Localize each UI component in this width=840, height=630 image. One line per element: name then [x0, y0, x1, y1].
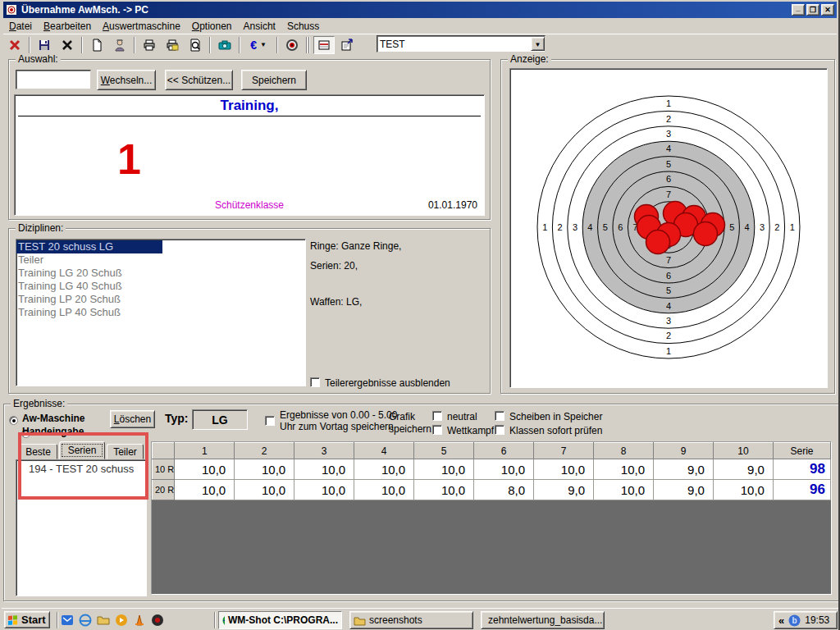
scheiben-checkbox[interactable]	[495, 411, 504, 421]
target-button[interactable]	[281, 36, 303, 54]
svg-text:7: 7	[666, 189, 671, 199]
list-item-selected[interactable]: TEST 20 schuss LG	[16, 240, 162, 253]
menu-bearbeiten[interactable]: Bearbeiten	[38, 19, 97, 34]
print-button[interactable]	[139, 36, 160, 54]
export-button[interactable]	[336, 36, 358, 54]
list-item[interactable]: Teiler	[16, 253, 305, 267]
list-item[interactable]: Training LP 40 Schuß	[16, 306, 305, 319]
start-number: 1	[117, 135, 141, 184]
neutral-label: neutral	[447, 411, 477, 422]
svg-text:6: 6	[666, 174, 671, 184]
teiler-ausblenden-label: Teilerergebnisse ausblenden	[325, 377, 450, 389]
auswahl-input[interactable]	[16, 70, 91, 89]
save-button[interactable]	[34, 36, 55, 54]
vortag-label: Ergebnisse von 0.00 - 5.00Uhr zum Vortag…	[280, 409, 397, 432]
svg-text:3: 3	[760, 222, 765, 232]
discipline-title: Training,	[15, 98, 484, 114]
tab-beste[interactable]: Beste	[19, 444, 57, 459]
scheiben-label: Scheiben in Speicher	[509, 411, 602, 422]
tray-collapse-icon[interactable]: «	[778, 614, 784, 627]
svg-text:6: 6	[666, 271, 671, 281]
toolbar-separator	[29, 37, 30, 53]
disziplinen-label: Diziplinen:	[16, 222, 66, 234]
menu-optionen[interactable]: Optionen	[186, 19, 238, 34]
start-button[interactable]: Start	[4, 611, 50, 628]
info-serien: Serien: 20,	[310, 260, 358, 272]
combobox-value: TEST	[377, 39, 531, 50]
tab-teiler[interactable]: Teiler	[107, 444, 144, 459]
speichern-button[interactable]: Speichern	[241, 70, 307, 90]
camera-button[interactable]	[214, 36, 235, 54]
series-view-button[interactable]	[313, 36, 335, 54]
quicklaunch-mail-icon[interactable]	[61, 614, 74, 630]
close-button[interactable]: ✕	[821, 4, 834, 16]
system-tray: « b 19:53	[774, 611, 838, 629]
wechseln-button[interactable]: Wechseln...	[97, 70, 156, 90]
disziplinen-listbox[interactable]: TEST 20 schuss LG Teiler Training LG 20 …	[16, 239, 306, 386]
new-document-button[interactable]	[86, 36, 107, 54]
task-screenshots[interactable]: screenshots	[349, 611, 473, 629]
task-wmshot[interactable]: WM-Shot C:\PROGRA...	[218, 611, 342, 629]
svg-text:7: 7	[666, 255, 671, 265]
menu-ansicht[interactable]: Ansicht	[238, 19, 281, 34]
menu-schuss[interactable]: Schuss	[281, 19, 325, 34]
klassen-checkbox[interactable]	[495, 425, 504, 435]
svg-text:2: 2	[666, 114, 671, 124]
list-item[interactable]: Training LG 20 Schuß	[16, 267, 305, 280]
quicklaunch-folder-icon[interactable]	[97, 614, 110, 630]
auswahl-label: Auswahl:	[16, 53, 61, 65]
quicklaunch-mediaplayer-icon[interactable]	[115, 614, 128, 630]
series-listbox[interactable]: 194 - TEST 20 schuss	[16, 459, 147, 596]
quicklaunch-vlc-icon[interactable]	[133, 614, 146, 630]
menu-auswertmaschine[interactable]: Auswertmaschine	[97, 19, 186, 34]
folder-task-icon	[354, 614, 366, 627]
quicklaunch-record-icon[interactable]	[151, 614, 164, 630]
task-zehntelwertung[interactable]: zehntelwertung_basisda...	[481, 611, 605, 629]
maximize-button[interactable]: ❐	[806, 4, 819, 16]
print-setup-button[interactable]	[162, 36, 183, 54]
neutral-checkbox[interactable]	[432, 411, 442, 421]
profile-combobox[interactable]: TEST ▼	[377, 35, 546, 52]
series-view-icon	[317, 39, 331, 52]
results-table-area: 12345678910Serie 10 R10,010,010,010,010,…	[151, 441, 832, 595]
svg-text:5: 5	[666, 285, 671, 295]
table-row: 20 R10,010,010,010,010,08,09,010,09,010,…	[153, 480, 831, 500]
window-title: Übernahme AwMsch. -> PC	[21, 4, 790, 16]
shooter-info-panel: Training, 1 Schützenklasse 01.01.1970	[14, 94, 485, 216]
combobox-dropdown-icon[interactable]: ▼	[531, 37, 545, 51]
target-icon	[285, 39, 299, 52]
print-setup-icon	[166, 39, 179, 52]
print-preview-button[interactable]	[185, 36, 206, 54]
tab-serien[interactable]: Serien	[59, 441, 105, 459]
task-label: WM-Shot C:\PROGRA...	[228, 614, 338, 626]
shooter-class: Schützenklasse	[15, 199, 484, 211]
ergebnisse-label: Ergebnisse:	[11, 398, 67, 409]
svg-text:2: 2	[774, 222, 779, 232]
grafik-speichern-label: Grafikspeichern:	[389, 411, 434, 436]
tray-app-icon[interactable]: b	[788, 614, 801, 627]
vortag-checkbox[interactable]	[265, 416, 275, 426]
delete-button[interactable]	[57, 36, 78, 54]
wettkampf-checkbox[interactable]	[432, 425, 442, 435]
list-item[interactable]: Training LP 20 Schuß	[16, 293, 305, 306]
task-label: zehntelwertung_basisda...	[488, 614, 602, 626]
svg-text:4: 4	[666, 301, 671, 311]
teiler-ausblenden-checkbox[interactable]	[310, 377, 320, 387]
svg-text:5: 5	[603, 222, 608, 232]
exit-button[interactable]	[4, 36, 25, 54]
quicklaunch-ie-icon[interactable]	[79, 614, 92, 630]
euro-icon: €	[250, 39, 257, 52]
list-item[interactable]: Training LG 40 Schuß	[16, 280, 305, 293]
minimize-button[interactable]: _	[792, 4, 805, 16]
loeschen-button[interactable]: Löschen	[110, 410, 155, 428]
schuetzen-button[interactable]: << Schützen...	[165, 70, 233, 90]
menu-datei[interactable]: Datei	[3, 19, 38, 34]
euro-button[interactable]: €▼	[244, 36, 273, 54]
taskbar: Start WM-Shot C:\PROGRA... screenshots z…	[2, 608, 840, 630]
shooter-button[interactable]	[109, 36, 130, 54]
divider-line	[18, 116, 481, 116]
series-list-item[interactable]: 194 - TEST 20 schuss	[16, 460, 146, 475]
target-graphic: 11112222333344445555666677778888	[510, 69, 827, 387]
toolbar-separator	[209, 37, 211, 53]
aw-maschine-radio[interactable]	[9, 416, 18, 425]
